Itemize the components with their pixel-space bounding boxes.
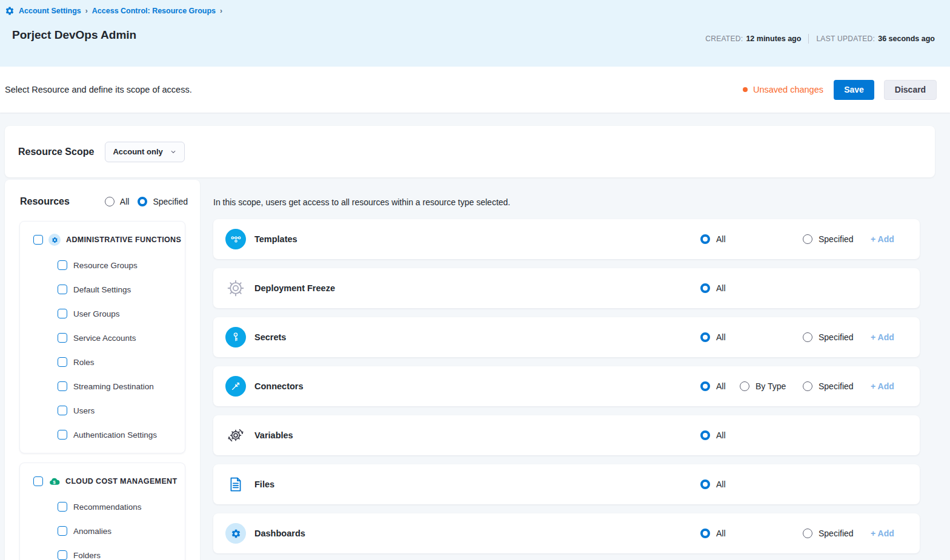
administrative-functions-checkbox[interactable] <box>33 235 43 245</box>
admin-functions-icon <box>48 234 61 246</box>
dashboards-specified-option[interactable]: Specified <box>803 513 854 553</box>
users-checkbox[interactable] <box>58 406 67 415</box>
connectors-add-slot: + Add <box>871 366 894 406</box>
templates-specified-option[interactable]: Specified <box>803 219 854 259</box>
resource-item-roles: Roles <box>20 350 185 374</box>
action-toolbar: Select Resource and define its scope of … <box>0 67 950 113</box>
dashboards-add-button[interactable]: + Add <box>871 529 894 538</box>
group-label: ADMINISTRATIVE FUNCTIONS <box>66 236 181 244</box>
resource-item-label: User Groups <box>73 309 120 318</box>
files-icon <box>225 474 246 495</box>
variables-all-radio[interactable] <box>700 430 710 440</box>
cloud-cost-icon: $ <box>48 476 60 487</box>
resource-row-label: Deployment Freeze <box>254 283 335 293</box>
deployment-freeze-all-option[interactable]: All <box>700 268 726 308</box>
option-label: Specified <box>819 529 854 538</box>
resources-header: Resources All Specified <box>5 180 200 217</box>
user-groups-checkbox[interactable] <box>58 309 67 318</box>
cloud-cost-management-checkbox[interactable] <box>33 476 43 486</box>
resource-row-files: FilesAll <box>213 464 920 504</box>
resource-row-variables: VariablesAll <box>213 415 920 455</box>
resource-item-label: Roles <box>73 358 95 367</box>
templates-all-radio[interactable] <box>700 234 710 244</box>
templates-specified-radio[interactable] <box>803 234 812 244</box>
connectors-specified-option[interactable]: Specified <box>803 366 854 406</box>
unsaved-label: Unsaved changes <box>753 85 823 94</box>
files-all-radio[interactable] <box>700 479 710 489</box>
option-label: All <box>716 283 726 293</box>
toolbar-description: Select Resource and define its scope of … <box>5 85 192 94</box>
resource-item-label: Folders <box>73 551 101 560</box>
option-label: Specified <box>819 381 854 391</box>
deployment-freeze-icon <box>225 278 246 298</box>
connectors-all-radio[interactable] <box>700 381 710 391</box>
resource-groups-checkbox[interactable] <box>58 260 67 270</box>
group-header-cloud-cost-management: $CLOUD COST MANAGEMENT <box>20 468 185 495</box>
templates-add-button[interactable]: + Add <box>871 234 894 244</box>
dashboards-all-option[interactable]: All <box>700 513 726 553</box>
connectors-all-option[interactable]: All <box>700 366 726 406</box>
variables-all-option[interactable]: All <box>700 415 726 455</box>
secrets-specified-radio[interactable] <box>803 332 812 342</box>
breadcrumb-separator: › <box>85 7 88 15</box>
resource-row-label: Templates <box>254 234 297 244</box>
page-header: Account Settings›Access Control: Resourc… <box>0 0 950 67</box>
resource-item-resource-groups: Resource Groups <box>20 253 185 277</box>
breadcrumb: Account Settings›Access Control: Resourc… <box>5 6 222 16</box>
resource-row-connectors: ConnectorsAllBy TypeSpecified+ Add <box>213 366 920 406</box>
discard-button[interactable]: Discard <box>884 80 937 100</box>
created-value: 12 minutes ago <box>746 35 801 43</box>
dashboards-specified-radio[interactable] <box>803 529 812 538</box>
option-label: All <box>716 381 726 391</box>
resource-row-label: Connectors <box>254 381 304 391</box>
option-label: Specified <box>819 332 854 342</box>
breadcrumb-link-account-settings[interactable]: Account Settings <box>19 7 81 15</box>
deployment-freeze-all-radio[interactable] <box>700 283 710 293</box>
resource-scope-dropdown[interactable]: Account only <box>105 142 185 162</box>
roles-checkbox[interactable] <box>58 357 67 367</box>
option-label: All <box>716 332 726 342</box>
authentication-settings-checkbox[interactable] <box>58 430 67 440</box>
files-all-option[interactable]: All <box>700 464 726 504</box>
page: Account Settings›Access Control: Resourc… <box>0 0 950 560</box>
service-accounts-checkbox[interactable] <box>58 333 67 343</box>
resource-row-label: Dashboards <box>254 529 305 538</box>
save-button[interactable]: Save <box>834 80 874 100</box>
toolbar-actions: Unsaved changes Save Discard <box>743 80 937 100</box>
secrets-add-button[interactable]: + Add <box>871 332 894 342</box>
resource-item-label: Recommendations <box>73 502 142 512</box>
resource-scope-value: Account only <box>113 147 162 156</box>
resource-item-anomalies: Anomalies <box>20 519 185 543</box>
secrets-all-radio[interactable] <box>700 332 710 342</box>
resource-item-authentication-settings: Authentication Settings <box>20 423 185 447</box>
resources-specified-option[interactable]: Specified <box>138 197 188 206</box>
secrets-specified-option[interactable]: Specified <box>803 317 854 357</box>
option-label: By Type <box>756 381 786 391</box>
resource-row-dashboards: DashboardsAllSpecified+ Add <box>213 513 920 553</box>
secrets-all-option[interactable]: All <box>700 317 726 357</box>
resource-item-label: Service Accounts <box>73 334 136 343</box>
specified-radio[interactable] <box>138 197 147 206</box>
anomalies-checkbox[interactable] <box>58 526 67 536</box>
settings-gear-icon <box>5 6 15 16</box>
templates-add-slot: + Add <box>871 219 894 259</box>
connectors-add-button[interactable]: + Add <box>871 381 894 391</box>
resources-title: Resources <box>20 196 70 207</box>
templates-icon <box>225 229 246 249</box>
unsaved-dot-icon <box>743 87 748 92</box>
streaming-destination-checkbox[interactable] <box>58 381 67 391</box>
breadcrumb-link-access-control-resource-groups[interactable]: Access Control: Resource Groups <box>92 7 216 15</box>
all-radio[interactable] <box>105 197 115 206</box>
connectors-by-type-radio[interactable] <box>740 381 749 391</box>
templates-all-option[interactable]: All <box>700 219 726 259</box>
connectors-by-type-option[interactable]: By Type <box>740 366 786 406</box>
connectors-specified-radio[interactable] <box>803 381 812 391</box>
resource-item-label: Default Settings <box>73 285 131 294</box>
default-settings-checkbox[interactable] <box>58 285 67 294</box>
recommendations-checkbox[interactable] <box>58 502 67 512</box>
folders-checkbox[interactable] <box>58 550 67 560</box>
dashboards-all-radio[interactable] <box>700 529 710 538</box>
resource-row-label: Secrets <box>254 332 286 342</box>
resource-item-label: Anomalies <box>73 527 111 536</box>
resources-all-option[interactable]: All <box>105 197 130 206</box>
